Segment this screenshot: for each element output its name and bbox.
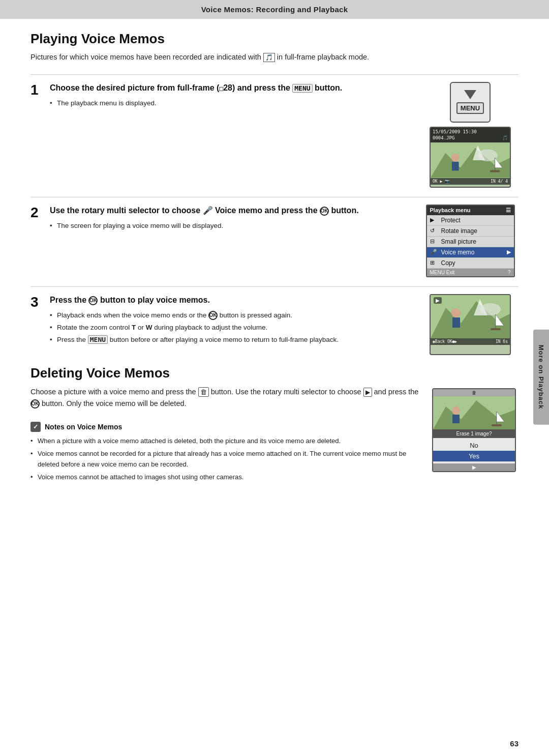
svg-rect-17 [491,328,501,330]
pm-voice-icon: 🎤 [430,249,439,255]
lcd-scene-1 [431,142,510,178]
svg-point-4 [451,154,460,162]
lcd-bottom-bar-3: ◉Back OK●▶ IN 6s [431,338,510,345]
notes-icon: ✓ [30,422,41,432]
lcd-step1: 15/05/2009 15:30 0004.JPG 🎵 [430,127,511,188]
pm-protect-icon: ▶ [430,217,439,223]
erase-no[interactable]: No [433,440,515,451]
svg-point-12 [480,303,501,315]
menu-button-label: MENU [456,102,484,114]
playing-title: Playing Voice Memos [30,31,518,47]
deleting-section: Deleting Voice Memos Choose a picture wi… [30,365,518,485]
erase-yes[interactable]: Yes [433,451,515,461]
notes-section: ✓ Notes on Voice Memos When a picture wi… [30,418,424,482]
step-3-body: Press the OK button to play voice memos.… [50,294,422,347]
step-3-bullet-3: Press the MENU button before or after pl… [50,335,414,345]
erase-dialog-container: 🗑 Erase 1 im [432,388,518,472]
play-indicator: ▶ [434,297,442,304]
menu-button-arrow [464,90,476,99]
notes-title: ✓ Notes on Voice Memos [30,422,424,432]
step-3-title: Press the OK button to play voice memos. [50,294,414,306]
deleting-content: Choose a picture with a voice memo and p… [30,386,518,485]
pm-footer: MENU Exit ? [427,269,514,276]
note-1: When a picture with a voice memo attache… [30,436,424,447]
page-number: 63 [0,735,549,756]
step-2-title: Use the rotary multi selector to choose … [50,205,414,217]
main-content: More on Playback Playing Voice Memos Pic… [0,19,549,735]
deleting-text-block: Choose a picture with a voice memo and p… [30,386,424,485]
erase-scene-svg [433,396,516,429]
step-3-number: 3 [30,295,50,309]
pm-item-copy: ⊞ Copy [427,258,514,269]
pm-copy-icon: ⊞ [430,259,439,266]
note-2: Voice memos cannot be recorded for a pic… [30,449,424,470]
menu-button-graphic: MENU [450,82,491,123]
svg-point-3 [478,149,498,161]
lcd-back-controls: ◉Back OK●▶ [433,339,457,344]
erase-scene [433,396,515,429]
lcd-filename: 0004.JPG [433,135,454,140]
step-1-bullets: The playback menu is displayed. [50,98,414,108]
step-2-section: 2 Use the rotary multi selector to choos… [30,197,518,277]
notes-bullets: When a picture with a voice memo attache… [30,436,424,482]
pm-rotate-label: Rotate image [441,227,477,235]
step-1-body: Choose the desired picture from full-fra… [50,82,422,110]
pm-header: Playback menu ☰ [427,206,514,215]
pm-small-label: Small picture [441,238,476,245]
notes-title-text: Notes on Voice Memos [45,423,122,431]
pm-footer-left: MENU Exit [430,270,455,275]
lcd-bottom-icons: OK ▶ 📷 [433,179,450,184]
pm-header-icon: ☰ [506,207,511,214]
step-2-image: Playback menu ☰ ▶ Protect ↺ Rotate image… [422,205,518,277]
header-title: Voice Memos: Recording and Playback [201,5,348,14]
pm-voice-label: Voice memo [441,249,475,256]
page: Voice Memos: Recording and Playback More… [0,0,549,756]
pm-item-rotate: ↺ Rotate image [427,226,514,237]
pm-rotate-icon: ↺ [430,227,439,234]
deleting-title: Deleting Voice Memos [30,365,518,381]
step-1-title: Choose the desired picture from full-fra… [50,82,414,94]
lcd-voicememo-icon: 🎵 [502,135,508,141]
pm-footer-right: ? [508,270,511,275]
lcd-date: 15/05/2009 15:30 [433,129,477,134]
deleting-body: Choose a picture with a voice memo and p… [30,386,424,410]
pm-copy-label: Copy [441,259,455,267]
pm-small-icon: ⊟ [430,238,439,245]
side-tab: More on Playback [533,330,549,425]
svg-rect-14 [452,317,460,328]
side-tab-label: More on Playback [537,345,545,410]
svg-rect-8 [490,170,500,172]
note-3: Voice memos cannot be attached to images… [30,472,424,483]
lcd-time-counter: IN 6s [496,339,508,344]
step-3-bullets: Playback ends when the voice memo ends o… [50,310,414,345]
svg-point-20 [452,406,460,415]
step-2-bullet-1: The screen for playing a voice memo will… [50,221,414,231]
pm-voice-arrow: ▶ [507,249,511,255]
lcd-counter: IN 4/ 4 [491,179,508,184]
pm-item-protect: ▶ Protect [427,215,514,226]
step-2-body: Use the rotary multi selector to choose … [50,205,422,233]
scene-svg-3 [431,295,510,338]
step-1-image: MENU 15/05/2009 15:30 0004.JPG 🎵 [422,82,518,188]
erase-options: No Yes [433,438,515,463]
header-bar: Voice Memos: Recording and Playback [0,0,549,19]
pm-header-title: Playback menu [430,207,471,214]
step-3-section: 3 Press the OK button to play voice memo… [30,286,518,355]
lcd-date-bar: 15/05/2009 15:30 0004.JPG 🎵 [431,128,510,142]
svg-rect-5 [452,162,459,171]
pm-protect-label: Protect [441,217,461,224]
lcd-scene-3: ▶ [431,295,510,338]
step-2-bullets: The screen for playing a voice memo will… [50,221,414,231]
erase-label: Erase 1 image? [433,429,515,438]
lcd-bottom-bar-1: OK ▶ 📷 IN 4/ 4 [431,178,510,185]
step-3-bullet-1: Playback ends when the voice memo ends o… [50,310,414,321]
erase-top-icon: 🗑 [433,389,515,396]
intro-text: Pictures for which voice memos have been… [30,52,518,63]
pm-item-voice: 🎤 Voice memo ▶ [427,247,514,258]
svg-rect-24 [492,424,502,426]
svg-point-13 [451,308,461,317]
step-3-bullet-2: Rotate the zoom control T or W during pl… [50,323,414,333]
playback-menu: Playback menu ☰ ▶ Protect ↺ Rotate image… [426,205,515,277]
erase-dialog: 🗑 Erase 1 im [432,388,516,472]
erase-bottom-icon: ▶ [433,463,515,471]
